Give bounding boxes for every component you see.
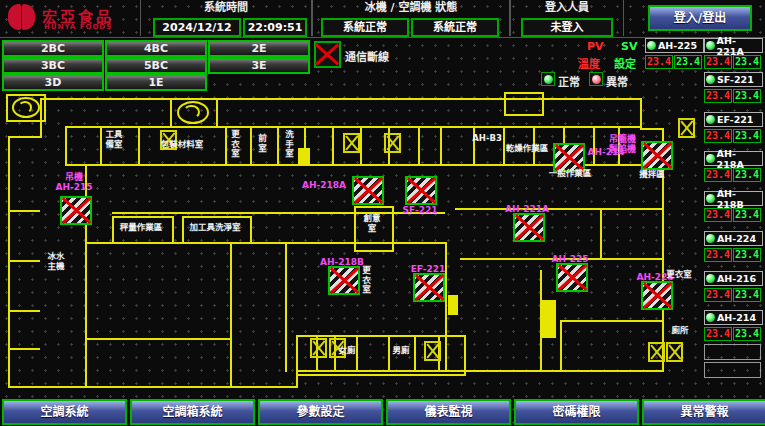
offline-unit-icon-mixer[interactable] xyxy=(641,141,673,170)
offline-unit-icon-ah221a[interactable] xyxy=(513,213,545,242)
room-label: 洗手室 xyxy=(283,130,293,159)
unit-name: AH-214 xyxy=(717,312,756,323)
room-label: 攪拌區 xyxy=(634,170,670,180)
unit-name-plate[interactable]: AH-214 xyxy=(704,310,763,325)
nav-button-password[interactable]: 密碼權限 xyxy=(514,399,639,425)
wall-segment xyxy=(600,208,602,260)
comm-loss-icon xyxy=(314,41,341,68)
unit-status-led xyxy=(706,194,715,203)
sv-name-label: 設定 xyxy=(614,55,636,71)
wall-segment xyxy=(65,126,67,166)
room-label: 女廁 xyxy=(338,346,356,356)
floor-button-3d[interactable]: 3D xyxy=(2,74,104,91)
unit-status-led xyxy=(706,41,715,50)
shaft-icon xyxy=(424,341,441,361)
equipment-tag: AH-225 xyxy=(548,254,592,264)
floor-button-3bc[interactable]: 3BC xyxy=(2,57,104,74)
floor-button-3e[interactable]: 3E xyxy=(208,57,310,74)
equipment-tag: SF-221 xyxy=(396,205,444,215)
unit-sv-value: 23.4 xyxy=(674,55,702,69)
offline-unit-icon-ah218a[interactable] xyxy=(352,176,384,205)
unit-status-led xyxy=(706,274,715,283)
nav-button-ac-system[interactable]: 空調系統 xyxy=(2,399,127,425)
unit-name-plate[interactable]: AH-216 xyxy=(704,271,763,286)
unit-name-plate[interactable]: AH-218B xyxy=(704,191,763,206)
chiller-status-value: 系統正常 xyxy=(321,18,409,37)
unit-block-ah224: AH-224 23.423.4 xyxy=(704,231,763,262)
unit-block-ah218a: AH-218A 23.423.4 xyxy=(704,151,763,182)
room-label: 包裝材料室 xyxy=(140,140,224,150)
floor-button-1e[interactable]: 1E xyxy=(105,74,207,91)
offline-unit-icon-ah218b[interactable] xyxy=(328,266,360,295)
unit-name-plate[interactable]: SF-221 xyxy=(704,72,763,87)
floor-button-2bc[interactable]: 2BC xyxy=(2,40,104,57)
equipment-tag: 吊機AH-215 xyxy=(48,172,100,192)
offline-unit-icon-ah225[interactable] xyxy=(556,263,588,292)
system-clock-value: 22:09:51 xyxy=(243,18,307,37)
nav-button-parameters[interactable]: 參數設定 xyxy=(258,399,383,425)
shaft-icon xyxy=(666,342,683,362)
unit-name: AH-225 xyxy=(658,40,697,51)
unit-block-ah214: AH-214 23.423.4 xyxy=(704,310,763,341)
unit-name-plate[interactable]: AH-221A xyxy=(704,38,763,53)
offline-unit-icon-ah215[interactable] xyxy=(60,196,92,225)
wall-segment xyxy=(332,126,334,166)
wall-segment xyxy=(448,295,458,315)
unit-name: AH-221A xyxy=(717,35,761,57)
system-date-value: 2024/12/12 xyxy=(153,18,241,37)
wall-segment xyxy=(277,126,279,166)
unit-name-plate[interactable]: EF-221 xyxy=(704,112,763,127)
wall-segment xyxy=(65,126,640,128)
abnormal-label: 異常 xyxy=(606,73,628,89)
floor-button-2e[interactable]: 2E xyxy=(208,40,310,57)
room-label: 廁所 xyxy=(670,326,690,336)
unit-name-plate[interactable]: AH-225 xyxy=(645,38,704,53)
shaft-icon xyxy=(310,338,327,358)
unit-name-plate[interactable]: AH-224 xyxy=(704,231,763,246)
wall-segment xyxy=(504,92,544,116)
stairs-icon xyxy=(177,101,209,124)
floor-button-4bc[interactable]: 4BC xyxy=(105,40,207,57)
wall-segment xyxy=(230,242,232,388)
unit-pv-value: 23.4 xyxy=(704,208,732,222)
equipment-tag: AH-218B xyxy=(318,257,366,267)
wall-segment xyxy=(640,98,642,130)
wall-segment xyxy=(360,126,362,166)
wall-segment xyxy=(250,126,252,166)
empty-slot xyxy=(704,344,761,360)
nav-button-meter-monitor[interactable]: 儀表監視 xyxy=(386,399,511,425)
equipment-tag: AH-218A xyxy=(298,180,350,190)
header-bar: 宏亞食品 HUNYA FOODS 系統時間 2024/12/12 22:09:5… xyxy=(0,0,765,38)
wall-segment xyxy=(8,260,40,262)
wall-segment xyxy=(8,136,10,388)
wall-segment xyxy=(298,148,310,165)
unit-name-plate[interactable]: AH-218A xyxy=(704,151,763,166)
hmi-screen: 宏亞食品 HUNYA FOODS 系統時間 2024/12/12 22:09:5… xyxy=(0,0,765,426)
pv-name-label: 溫度 xyxy=(578,55,600,71)
unit-pv-value: 23.4 xyxy=(704,248,732,262)
login-section: 登入人員 未登入 xyxy=(510,0,624,36)
wall-segment xyxy=(8,136,42,138)
offline-unit-icon-ah224[interactable] xyxy=(641,281,673,310)
nav-button-alarm[interactable]: 異常警報 xyxy=(642,399,765,425)
unit-block-sf221: SF-221 23.423.4 xyxy=(704,72,763,103)
ac-status-value: 系統正常 xyxy=(411,18,499,37)
unit-pv-value: 23.4 xyxy=(704,168,732,182)
offline-unit-icon-ef221[interactable] xyxy=(413,273,445,302)
unit-status-led xyxy=(706,154,715,163)
shaft-icon xyxy=(384,133,401,153)
room-label: 男廁 xyxy=(392,346,410,356)
unit-status-led xyxy=(706,75,715,84)
nav-button-ahu-system[interactable]: 空調箱系統 xyxy=(130,399,255,425)
unit-sv-value: 23.4 xyxy=(733,327,761,341)
equipment-tag: AH-221A xyxy=(503,204,551,214)
floor-button-5bc[interactable]: 5BC xyxy=(105,57,207,74)
login-logout-button[interactable]: 登入/登出 xyxy=(648,5,752,31)
room-label: 前室 xyxy=(256,134,266,153)
wall-segment xyxy=(593,126,595,166)
unit-sv-value: 23.4 xyxy=(733,55,761,69)
offline-unit-icon-sf221[interactable] xyxy=(405,176,437,205)
wall-segment xyxy=(40,98,640,100)
stairs-icon xyxy=(12,97,40,118)
shaft-icon xyxy=(648,342,665,362)
